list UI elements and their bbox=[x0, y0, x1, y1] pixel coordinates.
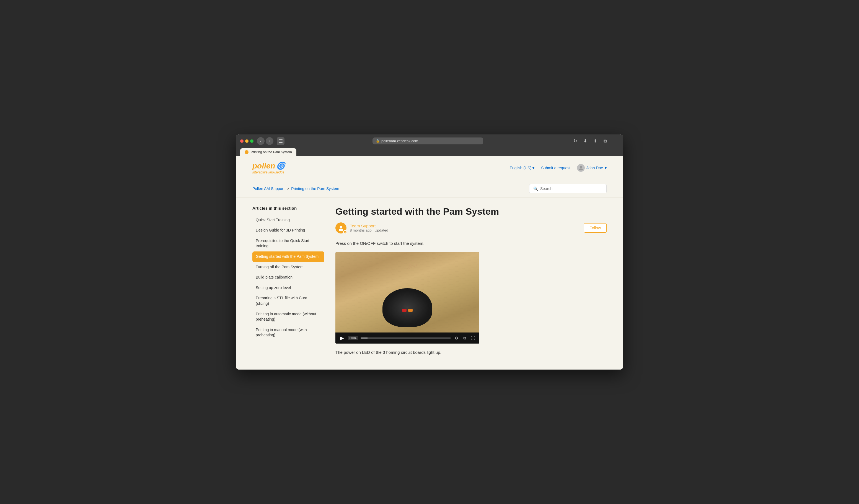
sidebar-link-zero-level[interactable]: Setting up zero level bbox=[252, 283, 324, 293]
sidebar-item-prerequisites[interactable]: Prerequisites to the Quick Start trainin… bbox=[252, 236, 324, 251]
sidebar-item-design-guide[interactable]: Design Guide for 3D Printing bbox=[252, 225, 324, 236]
user-menu[interactable]: John Doe ▾ bbox=[577, 164, 607, 172]
sidebar-item-manual-mode[interactable]: Printing in manual mode (with preheating… bbox=[252, 325, 324, 340]
user-name: John Doe bbox=[586, 166, 603, 170]
user-chevron-icon: ▾ bbox=[605, 166, 607, 170]
active-tab[interactable]: Printing on the Pam System bbox=[240, 148, 296, 156]
video-scene: ☞ bbox=[335, 252, 479, 333]
breadcrumb-separator: > bbox=[287, 186, 289, 191]
address-bar-container: 🔒 pollenam.zendesk.com bbox=[288, 137, 568, 144]
article-caption-text: The power on LED of the 3 homing circuit… bbox=[335, 349, 607, 356]
sidebar-section-title: Articles in this section bbox=[252, 206, 324, 211]
chevron-down-icon: ▾ bbox=[532, 166, 534, 170]
header-right: English (US) ▾ Submit a request John Doe… bbox=[510, 164, 607, 172]
share-button[interactable]: ⬆ bbox=[591, 137, 599, 145]
search-box[interactable]: 🔍 bbox=[529, 184, 607, 193]
sidebar-link-prerequisites[interactable]: Prerequisites to the Quick Start trainin… bbox=[252, 236, 324, 251]
sidebar-link-getting-started[interactable]: Getting started with the Pam System bbox=[252, 251, 324, 262]
logo-swirl-icon: 🌀 bbox=[276, 162, 285, 170]
download-button[interactable]: ⬇ bbox=[581, 137, 589, 145]
sidebar-link-manual-mode[interactable]: Printing in manual mode (with preheating… bbox=[252, 325, 324, 340]
site-header: pollen 🌀 interactive knowledge English (… bbox=[236, 156, 623, 180]
tab-favicon bbox=[245, 150, 248, 154]
svg-point-6 bbox=[339, 229, 343, 231]
tab-label: Printing on the Pam System bbox=[251, 150, 292, 154]
search-input[interactable] bbox=[540, 186, 602, 191]
switch-red bbox=[402, 309, 407, 312]
browser-top-bar: ‹ › 🔒 pollenam.zendesk.com ↻ bbox=[240, 137, 619, 145]
svg-point-3 bbox=[580, 166, 582, 168]
sidebar-item-getting-started[interactable]: Getting started with the Pam System bbox=[252, 251, 324, 262]
fullscreen-button[interactable]: ⧉ bbox=[601, 137, 609, 145]
author-name[interactable]: Team Support bbox=[350, 224, 388, 228]
submit-request-link[interactable]: Submit a request bbox=[541, 166, 570, 170]
device-switch bbox=[402, 309, 412, 312]
breadcrumb-parent-link[interactable]: Pollen AM Support bbox=[252, 186, 285, 191]
article-content: Getting started with the Pam System ● Te… bbox=[335, 206, 607, 362]
close-button[interactable] bbox=[240, 139, 243, 143]
video-thumbnail: ☞ bbox=[335, 252, 479, 333]
address-bar[interactable]: 🔒 pollenam.zendesk.com bbox=[373, 137, 483, 144]
sidebar-item-quick-start[interactable]: Quick Start Training bbox=[252, 215, 324, 226]
sidebar-link-build-plate[interactable]: Build plate calibration bbox=[252, 272, 324, 283]
sidebar-item-auto-mode[interactable]: Printing in automatic mode (without preh… bbox=[252, 309, 324, 325]
svg-rect-0 bbox=[279, 139, 283, 140]
video-progress-bar[interactable] bbox=[361, 337, 451, 339]
main-layout: Articles in this section Quick Start Tra… bbox=[236, 198, 623, 370]
sidebar-link-design-guide[interactable]: Design Guide for 3D Printing bbox=[252, 225, 324, 236]
author-avatar: ● bbox=[335, 223, 346, 233]
svg-rect-2 bbox=[279, 142, 283, 143]
follow-button[interactable]: Follow bbox=[584, 223, 607, 233]
article-author: ● Team Support 8 months ago · Updated bbox=[335, 223, 388, 233]
sidebar-item-build-plate[interactable]: Build plate calibration bbox=[252, 272, 324, 283]
article-meta: ● Team Support 8 months ago · Updated Fo… bbox=[335, 223, 607, 233]
fullscreen-button[interactable]: ⛶ bbox=[470, 335, 476, 341]
new-tab-button[interactable]: + bbox=[611, 137, 619, 145]
author-badge-icon: ● bbox=[343, 230, 347, 234]
sidebar-item-zero-level[interactable]: Setting up zero level bbox=[252, 283, 324, 293]
sidebar-link-quick-start[interactable]: Quick Start Training bbox=[252, 215, 324, 226]
logo-tagline: interactive knowledge bbox=[252, 170, 285, 174]
browser-window: ‹ › 🔒 pollenam.zendesk.com ↻ bbox=[236, 135, 623, 370]
author-info: Team Support 8 months ago · Updated bbox=[350, 224, 388, 232]
play-button[interactable]: ▶ bbox=[339, 335, 345, 341]
sidebar-item-turning-off[interactable]: Turning off the Pam System bbox=[252, 262, 324, 273]
sidebar-nav: Quick Start Training Design Guide for 3D… bbox=[252, 215, 324, 340]
sidebar-item-stl-file[interactable]: Preparing a STL file with Cura (slicing) bbox=[252, 293, 324, 309]
video-controls[interactable]: ▶ 00:04 ⚙ ⧉ ⛶ bbox=[335, 333, 479, 343]
reload-button[interactable]: ↻ bbox=[571, 137, 579, 145]
browser-actions: ↻ ⬇ ⬆ ⧉ + bbox=[571, 137, 619, 145]
sidebar-toggle-button[interactable] bbox=[277, 137, 285, 145]
traffic-lights bbox=[240, 139, 254, 143]
svg-point-4 bbox=[579, 168, 583, 170]
forward-button[interactable]: › bbox=[266, 137, 273, 145]
video-player: ☞ ▶ 00:04 ⚙ ⧉ ⛶ bbox=[335, 252, 479, 343]
sidebar-link-auto-mode[interactable]: Printing in automatic mode (without preh… bbox=[252, 309, 324, 325]
picture-in-picture-button[interactable]: ⧉ bbox=[462, 335, 467, 341]
sidebar-link-turning-off[interactable]: Turning off the Pam System bbox=[252, 262, 324, 273]
logo-area: pollen 🌀 interactive knowledge bbox=[252, 162, 285, 174]
logo-text: pollen bbox=[252, 162, 275, 170]
user-avatar bbox=[577, 164, 585, 172]
tab-bar: Printing on the Pam System bbox=[240, 147, 619, 156]
search-icon: 🔍 bbox=[533, 186, 538, 191]
back-button[interactable]: ‹ bbox=[257, 137, 265, 145]
sidebar-link-stl-file[interactable]: Preparing a STL file with Cura (slicing) bbox=[252, 293, 324, 309]
settings-icon-button[interactable]: ⚙ bbox=[454, 335, 459, 341]
browser-chrome: ‹ › 🔒 pollenam.zendesk.com ↻ bbox=[236, 135, 623, 156]
language-selector[interactable]: English (US) ▾ bbox=[510, 166, 535, 170]
article-title: Getting started with the Pam System bbox=[335, 206, 607, 217]
logo: pollen 🌀 bbox=[252, 162, 285, 170]
maximize-button[interactable] bbox=[250, 139, 254, 143]
lock-icon: 🔒 bbox=[376, 139, 380, 143]
minimize-button[interactable] bbox=[245, 139, 248, 143]
switch-orange bbox=[408, 309, 412, 312]
breadcrumb-bar: Pollen AM Support > Printing on the Pam … bbox=[236, 180, 623, 198]
svg-point-5 bbox=[340, 226, 342, 229]
article-intro-text: Press on the ON/OFF switch to start the … bbox=[335, 240, 607, 247]
browser-nav: ‹ › bbox=[257, 137, 273, 145]
video-progress-fill bbox=[361, 337, 368, 339]
article-date: 8 months ago · Updated bbox=[350, 228, 388, 232]
svg-rect-1 bbox=[279, 141, 283, 141]
sidebar: Articles in this section Quick Start Tra… bbox=[252, 206, 324, 362]
